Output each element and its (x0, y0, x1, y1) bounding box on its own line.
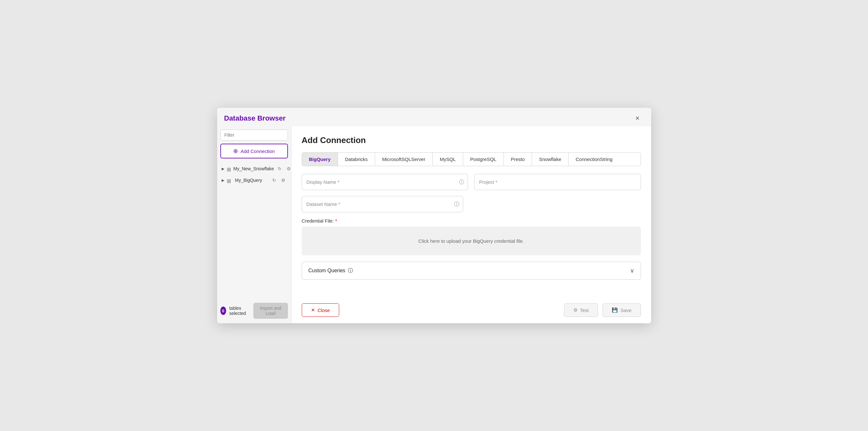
add-connection-title: Add Connection (302, 135, 641, 145)
close-button-label: Close (318, 308, 330, 313)
test-button[interactable]: ⚙ Test (564, 304, 598, 317)
tab-snowflake[interactable]: Snowflake (532, 153, 568, 166)
plus-icon: ⊕ (233, 147, 238, 154)
tab-postgresql[interactable]: PostgreSQL (463, 153, 504, 166)
tables-selected-badge: 0 (220, 307, 226, 315)
tab-microsoftsqlserver[interactable]: MicrosoftSQLServer (375, 153, 433, 166)
sidebar-footer: 0 tables selected Import and Load (220, 299, 288, 323)
save-button[interactable]: 💾 Save (602, 304, 641, 317)
import-load-button[interactable]: Import and Load (253, 303, 288, 319)
db-icon-snowflake (227, 167, 231, 171)
display-name-input[interactable] (302, 174, 468, 190)
tab-databricks[interactable]: Databricks (338, 153, 375, 166)
db-icon-bigquery (227, 178, 232, 182)
credential-label: Credential File: * (302, 218, 641, 224)
connection-item-snowflake[interactable]: ▶ My_New_Snowflake ↻ ⚙ (220, 163, 288, 174)
upload-area-text: Click here to upload your BigQuery crede… (418, 238, 524, 244)
tab-presto[interactable]: Presto (504, 153, 532, 166)
refresh-button-snowflake[interactable]: ↻ (276, 166, 283, 172)
dataset-info-icon[interactable]: ⓘ (454, 201, 459, 207)
dataset-row: ⓘ (302, 196, 641, 212)
filter-input[interactable] (220, 130, 288, 140)
tab-connectionstring[interactable]: ConnectionString (568, 153, 619, 166)
save-button-label: Save (620, 308, 631, 313)
form-footer: ✕ Close ⚙ Test 💾 Save (302, 300, 641, 317)
add-connection-button[interactable]: ⊕ Add Connection (220, 144, 288, 159)
tab-bigquery[interactable]: BigQuery (302, 153, 338, 166)
modal-title: Database Browser (224, 114, 286, 122)
test-gear-icon: ⚙ (573, 307, 578, 313)
custom-queries-info-icon[interactable]: ⓘ (348, 267, 353, 274)
main-content: Add Connection BigQuery Databricks Micro… (291, 126, 651, 323)
refresh-button-bigquery[interactable]: ↻ (271, 177, 277, 183)
custom-queries-chevron-icon: ∨ (630, 267, 634, 274)
footer-right-buttons: ⚙ Test 💾 Save (564, 304, 641, 317)
expand-arrow-bigquery: ▶ (222, 178, 224, 182)
custom-queries-left: Custom Queries ⓘ (308, 267, 353, 274)
display-project-row: ⓘ (302, 174, 641, 190)
connection-type-tabs: BigQuery Databricks MicrosoftSQLServer M… (302, 152, 641, 166)
modal-body: ⊕ Add Connection ▶ My_New_Snowflake ↻ ⚙ … (217, 126, 651, 323)
save-icon: 💾 (612, 307, 618, 313)
settings-button-bigquery[interactable]: ⚙ (280, 177, 287, 183)
display-name-field: ⓘ (302, 174, 468, 190)
database-browser-modal: Database Browser × ⊕ Add Connection ▶ My… (217, 108, 651, 323)
sidebar: ⊕ Add Connection ▶ My_New_Snowflake ↻ ⚙ … (217, 126, 291, 323)
custom-queries-label: Custom Queries (308, 268, 346, 274)
test-button-label: Test (580, 308, 589, 313)
close-x-button[interactable]: × (633, 114, 642, 123)
custom-queries-section[interactable]: Custom Queries ⓘ ∨ (302, 262, 641, 280)
tables-selected-label: tables selected (229, 306, 250, 316)
project-field (474, 174, 641, 190)
credential-required-star: * (335, 218, 337, 224)
connection-name-bigquery: My_BigQuery (235, 178, 269, 183)
display-name-info-icon[interactable]: ⓘ (459, 179, 464, 185)
connection-name-snowflake: My_New_Snowflake (234, 166, 274, 171)
dataset-name-field: ⓘ (302, 196, 463, 212)
close-button[interactable]: ✕ Close (302, 304, 339, 317)
credential-upload-area[interactable]: Click here to upload your BigQuery crede… (302, 227, 641, 255)
modal-header: Database Browser × (217, 108, 651, 126)
dataset-name-input[interactable] (302, 196, 463, 212)
tab-mysql[interactable]: MySQL (433, 153, 463, 166)
connection-item-bigquery[interactable]: ▶ My_BigQuery ↻ ⚙ (220, 174, 288, 186)
close-x-icon: ✕ (311, 307, 315, 313)
credential-section: Credential File: * Click here to upload … (302, 218, 641, 255)
expand-arrow-snowflake: ▶ (222, 167, 224, 171)
project-input[interactable] (474, 174, 641, 190)
add-connection-label: Add Connection (241, 148, 275, 154)
